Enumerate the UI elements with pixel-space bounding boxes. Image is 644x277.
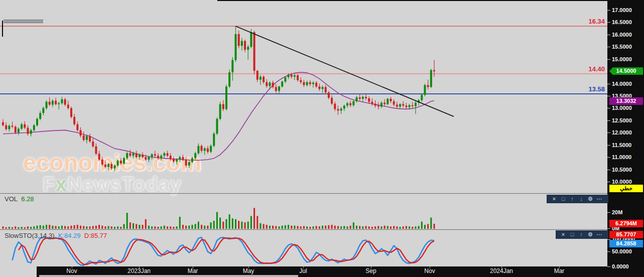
pane-separator[interactable]	[0, 229, 607, 230]
price-tick-label: 15.0000	[612, 56, 643, 62]
time-axis-month: Mar	[542, 267, 577, 274]
level-value-label: 14.40	[570, 65, 605, 73]
sto-tick-label: 50.0000	[612, 248, 643, 254]
stochastic-pane[interactable]: SlowSTO(3,14,3) K:84.29 D:85.77 ×□↑⚙⋯	[0, 230, 607, 266]
scale-type-badge[interactable]: خطي	[609, 185, 643, 192]
price-tick-mark	[607, 96, 610, 96]
price-tick-label: 11.0000	[612, 154, 643, 160]
time-axis-month: Nov	[412, 267, 447, 274]
last-price-badge: 14.5000	[609, 67, 643, 75]
price-tick-mark	[607, 170, 610, 170]
ma-value-badge: 13.3032	[609, 97, 643, 105]
close-icon[interactable]: ×	[559, 230, 568, 239]
pane-separator[interactable]	[0, 193, 607, 194]
volume-value: 6.28	[21, 195, 34, 203]
watermark-line2: FxNewsToday	[23, 174, 201, 194]
volume-panel-title: VOL 6.28	[5, 195, 34, 203]
watermark-line1: economies.com	[23, 151, 201, 174]
price-axis[interactable]: 14.5000 13.3032 خطي 6.2794M 85.7707 84.2…	[607, 0, 644, 277]
top-border-line	[217, 0, 607, 1]
price-tick-label: 10.0000	[612, 179, 643, 185]
time-axis-month: May	[231, 267, 266, 274]
slowsto-label: SlowSTO(3,14,3)	[5, 232, 54, 239]
price-tick-mark	[607, 84, 610, 84]
price-tick-mark	[607, 108, 610, 108]
watermark-x: x	[56, 173, 67, 195]
price-tick-label: 16.5000	[612, 19, 643, 25]
price-tick-mark	[607, 59, 610, 60]
price-tick-label: 12.0000	[612, 129, 643, 135]
time-axis-month: Mar	[175, 267, 210, 274]
collapsed-object-bar[interactable]	[4, 20, 43, 23]
level-value-label: 13.58	[570, 85, 605, 93]
price-tick-mark	[607, 22, 610, 23]
volume-tick-label: 20M	[612, 209, 643, 215]
sto-d-badge: 85.7707	[609, 231, 643, 238]
volume-label: VOL	[5, 195, 18, 203]
time-axis-month: Sep	[353, 267, 389, 274]
sto-k-badge: 84.2858	[609, 240, 643, 247]
level-value-label: 16.34	[570, 18, 605, 25]
stochastic-panel-toolbar: ×□↑⚙⋯	[556, 230, 608, 239]
more-options-icon[interactable]: ⋯	[595, 195, 604, 203]
stochastic-panel-title: SlowSTO(3,14,3) K:84.29 D:85.77	[5, 232, 107, 239]
maximize-icon[interactable]: □	[559, 195, 568, 203]
watermark: economies.com FxNewsToday	[23, 151, 201, 194]
price-tick-label: 15.5000	[612, 44, 643, 50]
maximize-icon[interactable]: □	[568, 230, 577, 239]
left-edge-marker	[2, 21, 3, 37]
price-tick-label: 10.5000	[612, 167, 643, 173]
volume-tick-mark	[607, 212, 610, 213]
move-up-icon[interactable]: ↑	[568, 195, 577, 203]
move-down-icon[interactable]: ↓	[577, 195, 586, 203]
scrollbar-thumb[interactable]	[39, 275, 298, 277]
price-tick-label: 12.5000	[612, 117, 643, 123]
price-tick-mark	[607, 132, 610, 133]
settings-gear-icon[interactable]: ⚙	[586, 195, 595, 203]
price-tick-label: 11.5000	[612, 142, 643, 148]
slowsto-d-value: D:85.77	[84, 232, 107, 239]
volume-pane[interactable]: VOL 6.28 ×□↑↓⚙⋯	[0, 194, 607, 229]
price-tick-label: 14.0000	[612, 81, 643, 87]
price-tick-mark	[607, 47, 610, 47]
volume-value-badge: 6.2794M	[609, 220, 643, 227]
slowsto-k-value: K:84.29	[58, 232, 81, 239]
close-icon[interactable]: ×	[550, 195, 559, 203]
price-tick-mark	[607, 157, 610, 158]
price-tick-mark	[607, 35, 610, 35]
watermark-rest: NewsToday	[67, 173, 182, 195]
time-axis-month: Nov	[54, 267, 89, 274]
bottom-left-corner	[0, 266, 37, 277]
sto-tick-mark	[607, 251, 610, 252]
move-up-icon[interactable]: ↑	[577, 230, 586, 239]
horizontal-scrollbar[interactable]	[37, 275, 644, 277]
settings-gear-icon[interactable]: ⚙	[586, 230, 595, 239]
price-tick-label: 17.0000	[612, 7, 643, 13]
price-tick-mark	[607, 120, 610, 121]
price-tick-mark	[607, 10, 610, 11]
price-tick-mark	[607, 182, 610, 182]
more-options-icon[interactable]: ⋯	[595, 230, 604, 239]
sto-tick-label: 0.0000	[612, 263, 643, 269]
price-tick-label: 13.0000	[612, 105, 643, 111]
volume-tick-mark	[607, 228, 610, 229]
volume-panel-toolbar: ×□↑↓⚙⋯	[547, 195, 608, 203]
price-tick-label: 16.0000	[612, 32, 643, 38]
price-tick-mark	[607, 145, 610, 146]
time-axis-month: 2023Jan	[121, 267, 157, 274]
sto-tick-mark	[607, 266, 610, 267]
time-axis-month: Jul	[286, 267, 321, 274]
time-axis-month: 2024Jan	[484, 267, 519, 274]
watermark-f: F	[43, 173, 55, 195]
time-axis[interactable]: Nov2023JanMarMayJulSepNov2024JanMar	[37, 266, 644, 275]
main-price-pane[interactable]: economies.com FxNewsToday	[0, 0, 607, 193]
chart-window: economies.com FxNewsToday VOL 6.28 ×□↑↓⚙…	[0, 0, 644, 277]
